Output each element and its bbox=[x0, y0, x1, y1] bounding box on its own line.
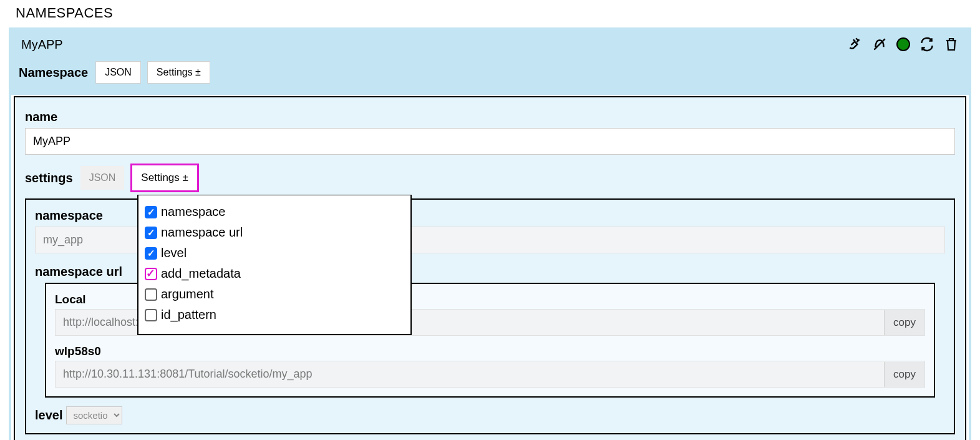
namespace-label: Namespace bbox=[19, 66, 88, 80]
app-name: MyAPP bbox=[21, 37, 63, 52]
settings-label: settings bbox=[25, 171, 73, 185]
dropdown-item-id-pattern[interactable]: id_pattern bbox=[145, 305, 404, 325]
dropdown-item-namespace[interactable]: namespace bbox=[145, 202, 404, 222]
settings-tab-row: settings JSON Settings ± namespace names… bbox=[25, 164, 955, 192]
page-title: NAMESPACES bbox=[0, 0, 980, 27]
svg-line-1 bbox=[856, 38, 858, 40]
dropdown-item-level[interactable]: level bbox=[145, 243, 404, 263]
checkbox-icon[interactable] bbox=[145, 268, 157, 280]
refresh-icon[interactable] bbox=[919, 36, 935, 52]
copy-button[interactable]: copy bbox=[884, 362, 924, 387]
dropdown-item-label: level bbox=[161, 246, 187, 260]
level-select[interactable]: socketio bbox=[66, 406, 122, 424]
icon-row bbox=[847, 36, 959, 52]
panel-header: MyAPP Namespace JSON Settings ± bbox=[11, 30, 969, 95]
namespace-json-tab[interactable]: JSON bbox=[95, 61, 141, 84]
bell-off-icon[interactable] bbox=[871, 36, 888, 52]
level-label: level bbox=[35, 408, 62, 423]
checkbox-icon[interactable] bbox=[145, 288, 157, 301]
settings-dropdown: namespace namespace url level add_metada… bbox=[137, 195, 412, 335]
name-field-label: name bbox=[25, 110, 955, 124]
level-row: level socketio bbox=[35, 406, 945, 424]
checkbox-icon[interactable] bbox=[145, 227, 157, 239]
namespace-tab-row: Namespace JSON Settings ± bbox=[19, 61, 961, 84]
trash-icon[interactable] bbox=[944, 36, 959, 52]
copy-button[interactable]: copy bbox=[884, 310, 924, 335]
svg-line-0 bbox=[853, 39, 855, 41]
dropdown-item-label: namespace url bbox=[161, 225, 243, 240]
dropdown-item-label: namespace bbox=[161, 205, 225, 219]
status-dot-icon[interactable] bbox=[896, 37, 910, 51]
url-value[interactable]: http://10.30.11.131:8081/Tutorial/socket… bbox=[56, 361, 884, 387]
dropdown-item-label: id_pattern bbox=[161, 308, 216, 322]
dropdown-item-label: add_metadata bbox=[161, 266, 241, 281]
url-block-wlp58s0: wlp58s0 http://10.30.11.131:8081/Tutoria… bbox=[55, 345, 925, 388]
checkbox-icon[interactable] bbox=[145, 309, 157, 321]
checkbox-icon[interactable] bbox=[145, 247, 157, 260]
settings-settings-tab[interactable]: Settings ± bbox=[130, 164, 198, 192]
plug-icon[interactable] bbox=[847, 36, 863, 52]
dropdown-item-argument[interactable]: argument bbox=[145, 284, 404, 305]
dropdown-item-label: argument bbox=[161, 287, 214, 301]
dropdown-item-namespace-url[interactable]: namespace url bbox=[145, 222, 404, 243]
panel-body: name settings JSON Settings ± namespace … bbox=[14, 96, 966, 440]
settings-json-tab[interactable]: JSON bbox=[80, 166, 125, 190]
name-input[interactable] bbox=[25, 128, 955, 155]
main-panel: MyAPP Namespace JSON Settings ± name set… bbox=[9, 27, 971, 440]
url-title: wlp58s0 bbox=[55, 345, 925, 358]
checkbox-icon[interactable] bbox=[145, 206, 157, 218]
dropdown-item-add-metadata[interactable]: add_metadata bbox=[145, 263, 404, 284]
namespace-settings-tab[interactable]: Settings ± bbox=[147, 61, 210, 84]
